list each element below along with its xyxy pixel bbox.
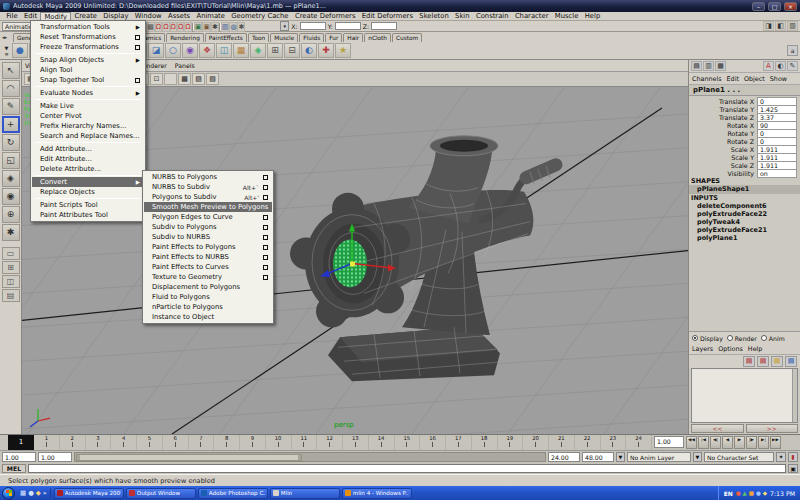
frame-10[interactable]: 10 <box>266 435 292 450</box>
option-box-icon[interactable] <box>263 275 268 280</box>
input-node-polyextrudeface21[interactable]: polyExtrudeFace21 <box>689 226 800 234</box>
menu-window[interactable]: Window <box>132 12 165 20</box>
mel-label[interactable]: MEL <box>2 464 26 473</box>
menu-item-snap-together-tool[interactable]: Snap Together Tool <box>32 75 144 85</box>
input-field-mode-icon[interactable]: ▾ <box>280 21 289 31</box>
script-editor-icon[interactable]: ▣ <box>788 464 798 473</box>
frame-5[interactable]: 5 <box>137 435 163 450</box>
frame-13[interactable]: 13 <box>343 435 369 450</box>
menu-item-paint-effects-to-curves[interactable]: Paint Effects to Curves <box>144 262 272 272</box>
option-box-icon[interactable] <box>263 195 268 200</box>
render-settings-icon[interactable]: ✱ <box>237 22 245 32</box>
poly-sphere-icon[interactable]: ● <box>12 43 28 58</box>
menu-item-paint-attributes-tool[interactable]: Paint Attributes Tool <box>32 210 144 220</box>
frame-7[interactable]: 7 <box>189 435 215 450</box>
menu-display[interactable]: Display <box>100 12 131 20</box>
frame-6[interactable]: 6 <box>163 435 189 450</box>
task-mlin-4-windows-p[interactable]: mlin 4 - Windows P... <box>342 488 412 499</box>
playback-button-4[interactable]: ◀ <box>722 436 733 449</box>
playback-start-field[interactable]: 1.00 <box>38 452 72 462</box>
menu-geometry-cache[interactable]: Geometry Cache <box>228 12 292 20</box>
layers-menu-options[interactable]: Options <box>718 345 743 353</box>
frame-1[interactable]: 1 <box>34 435 60 450</box>
menu-item-paint-effects-to-nurbs[interactable]: Paint Effects to NURBS <box>144 252 272 262</box>
move-layer-down-icon[interactable]: ▤ <box>757 356 769 367</box>
single-pane-layout-button[interactable]: ▭ <box>2 247 20 260</box>
option-box-icon[interactable] <box>263 225 268 230</box>
input-node-polyplane1[interactable]: polyPlane1 <box>689 234 800 242</box>
radio-display[interactable]: Display <box>692 335 723 342</box>
quick-launch-overflow-icon[interactable]: » <box>43 488 47 498</box>
tray-icon-green[interactable]: ▲ <box>743 489 747 497</box>
input-node-polyextrudeface22[interactable]: polyExtrudeFace22 <box>689 210 800 218</box>
volume-icon[interactable]: ◆ <box>763 489 767 497</box>
input-node-deletecomponent6[interactable]: deleteComponent6 <box>689 202 800 210</box>
scale-tool[interactable]: ◱ <box>2 152 20 169</box>
radio-render[interactable]: Render <box>727 335 757 342</box>
menu-skeleton[interactable]: Skeleton <box>416 12 452 20</box>
frame-3[interactable]: 3 <box>86 435 112 450</box>
menu-item-replace-objects[interactable]: Replace Objects <box>32 187 144 197</box>
output-connections-icon[interactable]: ▣ <box>202 22 211 32</box>
option-box-icon[interactable] <box>135 45 140 50</box>
menu-item-make-live[interactable]: Make Live <box>32 101 144 111</box>
option-box-icon[interactable] <box>263 215 268 220</box>
menu-item-convert[interactable]: Convert▶ <box>32 177 144 187</box>
playback-button-7[interactable]: ▶| <box>758 436 769 449</box>
snap-to-curve-icon[interactable]: Ω <box>162 22 169 32</box>
frame-17[interactable]: 17 <box>446 435 472 450</box>
y-input[interactable] <box>335 22 361 30</box>
shelf-editor-icon[interactable]: a <box>787 45 798 56</box>
shelf-tab-toon[interactable]: Toon <box>248 33 269 42</box>
task-autodesk-maya-2009[interactable]: Autodesk Maya 2009... <box>54 488 124 499</box>
paint-select-tool[interactable]: ✎ <box>2 98 20 115</box>
menu-edit-deformers[interactable]: Edit Deformers <box>359 12 416 20</box>
option-box-icon[interactable] <box>263 255 268 260</box>
x-input[interactable] <box>300 22 326 30</box>
frame-19[interactable]: 19 <box>498 435 524 450</box>
z-input[interactable] <box>371 22 397 30</box>
playback-button-5[interactable]: ▶ <box>734 436 745 449</box>
menu-item-instance-to-object[interactable]: Instance to Object <box>144 312 272 322</box>
menu-item-paint-effects-to-polygons[interactable]: Paint Effects to Polygons <box>144 242 272 252</box>
channel-display-icon[interactable]: A <box>763 61 774 71</box>
auto-keyframe-icon[interactable]: ▮ <box>788 452 798 462</box>
menu-item-align-tool[interactable]: Align Tool <box>32 65 144 75</box>
xray-icon[interactable]: ▩ <box>178 73 191 85</box>
input-connections-icon[interactable]: ▣ <box>194 22 203 32</box>
menu-item-search-and-replace-names[interactable]: Search and Replace Names... <box>32 131 144 141</box>
task-mlin[interactable]: Mlin <box>270 488 340 499</box>
animation-start-field[interactable]: 1.00 <box>2 452 36 462</box>
option-box-icon[interactable] <box>263 265 268 270</box>
menu-item-paint-scripts-tool[interactable]: Paint Scripts Tool <box>32 200 144 210</box>
shelf-tab-rendering[interactable]: Rendering <box>166 33 204 42</box>
menu-item-center-pivot[interactable]: Center Pivot <box>32 111 144 121</box>
current-frame-marker[interactable]: 1 <box>8 435 34 450</box>
playback-button-3[interactable]: ◀| <box>710 436 721 449</box>
menu-constrain[interactable]: Constrain <box>473 12 512 20</box>
snap-to-live-surface-icon[interactable]: Ω <box>184 22 191 32</box>
shelf-tab-hair[interactable]: Hair <box>343 33 363 42</box>
menu-item-freeze-transformations[interactable]: Freeze Transformations <box>32 42 144 52</box>
anim-layer-field[interactable]: No Anim Layer <box>627 452 691 462</box>
shelf-tab-fluids[interactable]: Fluids <box>299 33 324 42</box>
anim-layer-dropdown-icon[interactable]: ▼ <box>616 452 625 462</box>
poly-pipe-icon[interactable]: ◪ <box>148 43 164 58</box>
menu-item-nurbs-to-polygons[interactable]: NURBS to Polygons <box>144 172 272 182</box>
task-adobe-photoshop-c[interactable]: Adobe Photoshop C... <box>198 488 268 499</box>
frame-14[interactable]: 14 <box>369 435 395 450</box>
menu-item-snap-align-objects[interactable]: Snap Align Objects▶ <box>32 55 144 65</box>
show-channel-box-icon[interactable]: ▥ <box>787 21 798 31</box>
radio-anim[interactable]: Anim <box>761 335 785 342</box>
soft-mod-tool[interactable]: ◉ <box>2 188 20 205</box>
menu-item-evaluate-nodes[interactable]: Evaluate Nodes▶ <box>32 88 144 98</box>
show-tool-settings-icon[interactable]: ◧ <box>775 21 786 31</box>
frame-21[interactable]: 21 <box>549 435 575 450</box>
menu-file[interactable]: File <box>3 12 21 20</box>
show-attribute-editor-icon[interactable]: ◨ <box>763 21 774 31</box>
isolate-select-icon[interactable]: ⊡ <box>150 73 163 85</box>
frame-4[interactable]: 4 <box>111 435 137 450</box>
start-button[interactable] <box>2 487 15 500</box>
snap-to-point-icon[interactable]: Ω <box>170 22 177 32</box>
channel-manip-icon[interactable]: ✎ <box>787 61 798 71</box>
